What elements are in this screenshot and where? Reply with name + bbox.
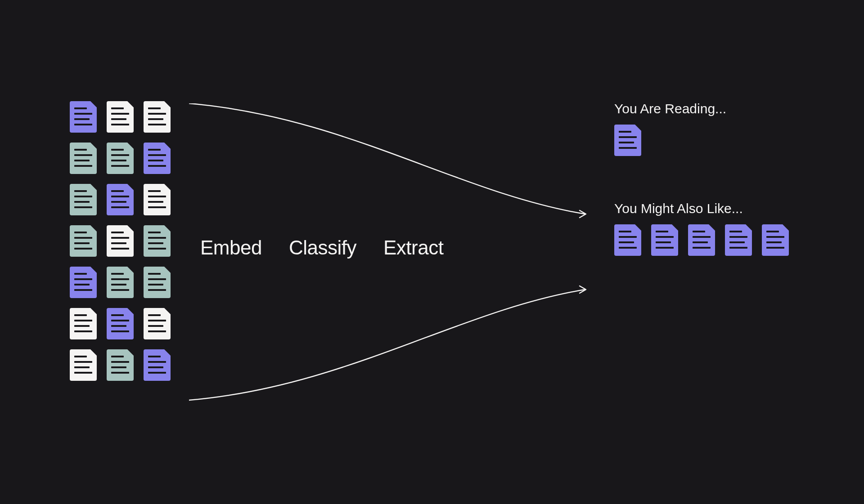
input-doc-icon bbox=[144, 349, 171, 381]
input-doc-icon bbox=[144, 184, 171, 215]
input-doc-icon bbox=[70, 101, 97, 133]
pipeline-step-embed: Embed bbox=[200, 236, 262, 259]
input-doc-icon bbox=[70, 267, 97, 298]
recommendation-doc-icon bbox=[762, 224, 789, 256]
pipeline-step-extract: Extract bbox=[383, 236, 443, 259]
input-doc-icon bbox=[107, 267, 134, 298]
input-doc-icon bbox=[70, 349, 97, 381]
input-doc-icon bbox=[144, 308, 171, 339]
input-doc-icon bbox=[70, 225, 97, 257]
input-doc-icon bbox=[107, 143, 134, 174]
recommendation-doc-icon bbox=[725, 224, 752, 256]
input-doc-icon bbox=[144, 101, 171, 133]
reading-section: You Are Reading... bbox=[614, 101, 789, 156]
input-doc-icon bbox=[70, 184, 97, 215]
reading-title: You Are Reading... bbox=[614, 101, 789, 116]
input-doc-icon bbox=[107, 184, 134, 215]
recommendation-doc-icon bbox=[651, 224, 678, 256]
reading-doc-icon bbox=[614, 125, 641, 156]
input-documents-grid bbox=[70, 101, 171, 381]
recommendation-doc-icon bbox=[614, 224, 641, 256]
pipeline-steps: Embed Classify Extract bbox=[200, 236, 443, 259]
recommendations-section: You Might Also Like... bbox=[614, 201, 789, 256]
recommendations-title: You Might Also Like... bbox=[614, 201, 789, 216]
input-doc-icon bbox=[107, 101, 134, 133]
input-doc-icon bbox=[70, 308, 97, 339]
pipeline-step-classify: Classify bbox=[289, 236, 356, 259]
input-doc-icon bbox=[107, 349, 134, 381]
input-doc-icon bbox=[144, 225, 171, 257]
recommendation-doc-icon bbox=[688, 224, 715, 256]
input-doc-icon bbox=[144, 143, 171, 174]
input-doc-icon bbox=[144, 267, 171, 298]
recommendation-docs-row bbox=[614, 224, 789, 256]
input-doc-icon bbox=[107, 308, 134, 339]
input-doc-icon bbox=[107, 225, 134, 257]
input-doc-icon bbox=[70, 143, 97, 174]
output-section: You Are Reading... You Might Also Like..… bbox=[614, 101, 789, 256]
